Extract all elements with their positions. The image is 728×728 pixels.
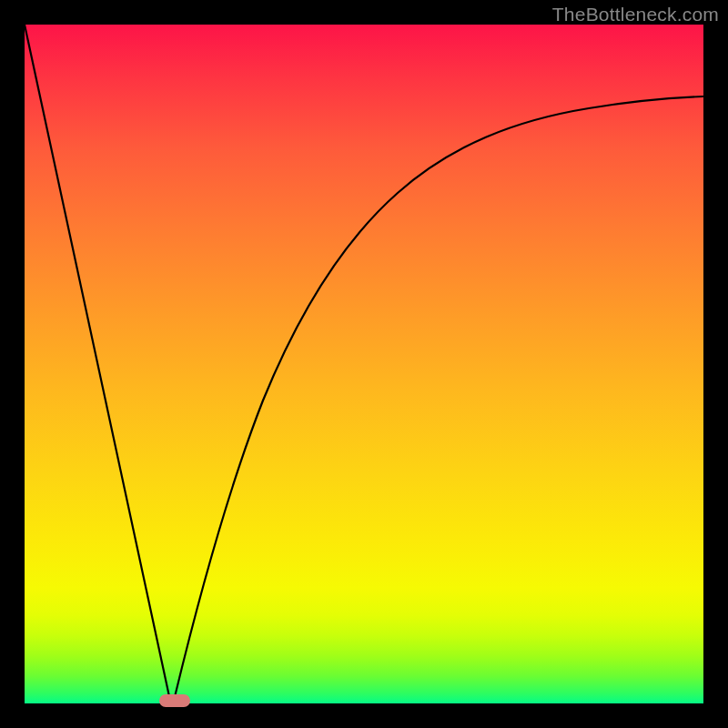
chart-frame: TheBottleneck.com bbox=[0, 0, 728, 728]
curve-svg bbox=[25, 25, 703, 703]
minimum-marker bbox=[159, 694, 190, 707]
plot-area bbox=[25, 25, 703, 703]
curve-path bbox=[25, 25, 703, 701]
curve-group bbox=[25, 25, 703, 701]
watermark-text: TheBottleneck.com bbox=[552, 4, 719, 25]
